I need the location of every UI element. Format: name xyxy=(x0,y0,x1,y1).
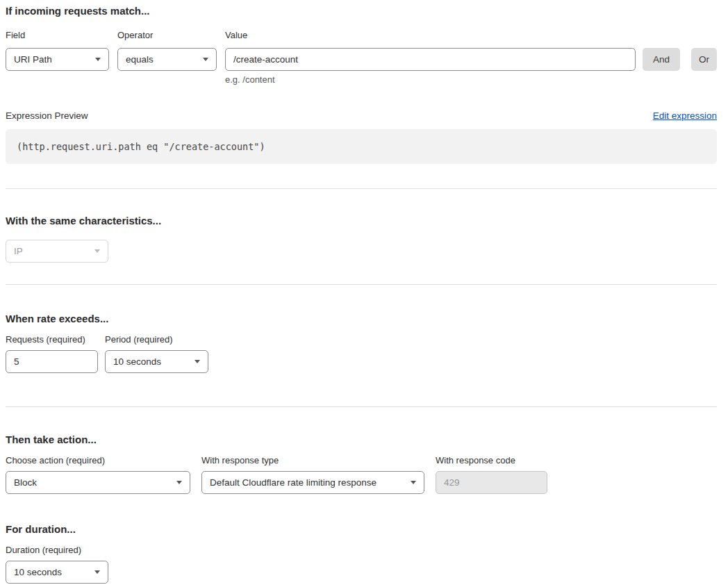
section-divider xyxy=(6,284,717,285)
field-label: Field xyxy=(6,31,109,40)
field-select[interactable]: URI Path xyxy=(6,48,109,71)
period-select-value: 10 seconds xyxy=(113,356,161,367)
rate-section-title: When rate exceeds... xyxy=(6,313,717,324)
operator-label: Operator xyxy=(117,31,217,40)
section-divider xyxy=(6,406,717,407)
requests-label: Requests (required) xyxy=(6,335,105,345)
action-section-title: Then take action... xyxy=(6,434,717,445)
rate-limiting-rule-form: If incoming requests match... Field URI … xyxy=(0,0,728,584)
match-section-title: If incoming requests match... xyxy=(6,6,717,17)
section-divider xyxy=(6,188,717,189)
operator-select[interactable]: equals xyxy=(117,48,217,71)
rate-controls-row: 10 seconds xyxy=(6,350,717,373)
choose-action-select[interactable]: Block xyxy=(6,471,190,494)
chevron-down-icon xyxy=(176,481,182,484)
period-select[interactable]: 10 seconds xyxy=(105,350,208,373)
and-button[interactable]: And xyxy=(643,48,680,71)
chevron-down-icon xyxy=(94,570,100,574)
operator-column: Operator equals xyxy=(117,31,217,85)
duration-select-value: 10 seconds xyxy=(14,567,62,577)
value-column: Value e.g. /content xyxy=(225,31,636,85)
period-label: Period (required) xyxy=(105,335,173,345)
expression-preview-header: Expression Preview Edit expression xyxy=(6,110,717,121)
operator-select-value: equals xyxy=(126,54,154,65)
chevron-down-icon xyxy=(411,481,416,484)
action-controls-row: Block Default Cloudflare rate limiting r… xyxy=(6,471,717,494)
duration-label: Duration (required) xyxy=(6,545,717,555)
response-type-select[interactable]: Default Cloudflare rate limiting respons… xyxy=(201,471,424,494)
match-condition-row: Field URI Path Operator equals Value e.g… xyxy=(6,31,717,85)
value-input[interactable] xyxy=(225,48,636,71)
requests-input[interactable] xyxy=(6,350,98,373)
value-helper-text: e.g. /content xyxy=(225,75,636,85)
field-select-value: URI Path xyxy=(14,54,52,65)
response-code-label: With response code xyxy=(436,456,515,465)
or-button[interactable]: Or xyxy=(691,48,717,71)
characteristic-select-value: IP xyxy=(14,246,23,256)
chevron-down-icon xyxy=(94,249,100,253)
chevron-down-icon xyxy=(203,58,208,61)
characteristics-section-title: With the same characteristics... xyxy=(6,215,717,226)
expression-preview-label: Expression Preview xyxy=(6,110,88,121)
field-column: Field URI Path xyxy=(6,31,109,85)
choose-action-select-value: Block xyxy=(14,477,37,488)
action-labels-row: Choose action (required) With response t… xyxy=(6,456,717,465)
response-code-input xyxy=(436,471,547,494)
chevron-down-icon xyxy=(95,58,101,61)
chevron-down-icon xyxy=(195,360,200,363)
response-type-select-value: Default Cloudflare rate limiting respons… xyxy=(210,477,377,488)
choose-action-label: Choose action (required) xyxy=(6,456,201,465)
rate-labels-row: Requests (required) Period (required) xyxy=(6,335,717,345)
logic-buttons: And Or xyxy=(643,31,717,85)
duration-select[interactable]: 10 seconds xyxy=(6,561,108,584)
duration-section-title: For duration... xyxy=(6,524,717,535)
expression-preview-code: (http.request.uri.path eq "/create-accou… xyxy=(6,129,717,164)
response-type-label: With response type xyxy=(201,456,436,465)
value-label: Value xyxy=(225,31,636,40)
edit-expression-link[interactable]: Edit expression xyxy=(653,110,717,121)
characteristic-select: IP xyxy=(6,240,108,263)
